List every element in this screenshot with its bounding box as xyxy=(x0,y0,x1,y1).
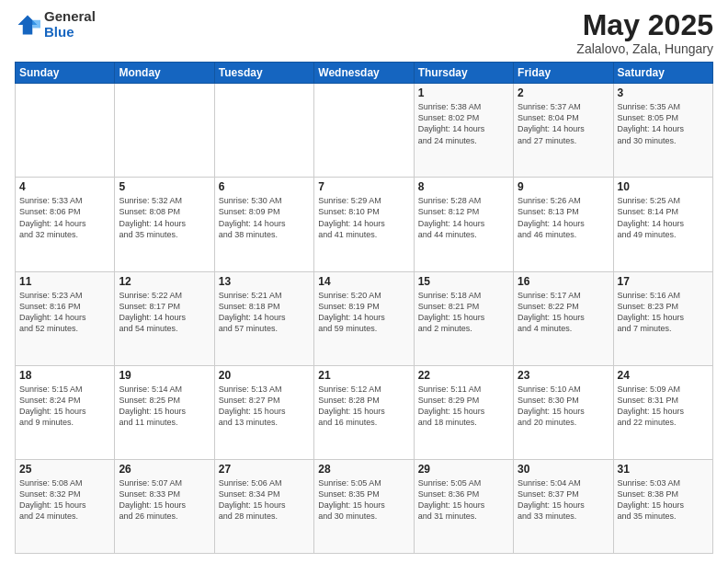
logo-icon xyxy=(15,12,40,38)
cell-info: Sunrise: 5:07 AM Sunset: 8:33 PM Dayligh… xyxy=(119,477,210,523)
day-number: 10 xyxy=(618,180,709,193)
table-row: 27Sunrise: 5:06 AM Sunset: 8:34 PM Dayli… xyxy=(214,459,313,553)
day-number: 2 xyxy=(518,86,609,99)
day-number: 4 xyxy=(19,180,110,193)
day-number: 13 xyxy=(219,275,310,288)
day-number: 30 xyxy=(518,463,609,476)
logo-text: General Blue xyxy=(44,9,96,40)
logo-general: General xyxy=(44,9,96,25)
table-row: 16Sunrise: 5:17 AM Sunset: 8:22 PM Dayli… xyxy=(514,271,613,365)
table-row: 2Sunrise: 5:37 AM Sunset: 8:04 PM Daylig… xyxy=(514,84,613,178)
week-row-2: 4Sunrise: 5:33 AM Sunset: 8:06 PM Daylig… xyxy=(16,178,713,271)
day-number: 27 xyxy=(219,463,310,476)
day-number: 8 xyxy=(418,180,509,193)
week-row-3: 11Sunrise: 5:23 AM Sunset: 8:16 PM Dayli… xyxy=(16,271,713,365)
table-row: 9Sunrise: 5:26 AM Sunset: 8:13 PM Daylig… xyxy=(514,178,613,271)
table-row: 26Sunrise: 5:07 AM Sunset: 8:33 PM Dayli… xyxy=(115,459,214,553)
day-number: 21 xyxy=(318,369,409,382)
cell-info: Sunrise: 5:21 AM Sunset: 8:18 PM Dayligh… xyxy=(219,290,310,335)
cell-info: Sunrise: 5:38 AM Sunset: 8:02 PM Dayligh… xyxy=(418,101,509,146)
table-row: 1Sunrise: 5:38 AM Sunset: 8:02 PM Daylig… xyxy=(414,84,513,178)
table-row: 19Sunrise: 5:14 AM Sunset: 8:25 PM Dayli… xyxy=(115,365,214,459)
cell-info: Sunrise: 5:20 AM Sunset: 8:19 PM Dayligh… xyxy=(318,290,409,335)
day-number: 6 xyxy=(219,180,310,193)
cell-info: Sunrise: 5:33 AM Sunset: 8:06 PM Dayligh… xyxy=(19,195,110,240)
cell-info: Sunrise: 5:04 AM Sunset: 8:37 PM Dayligh… xyxy=(518,477,609,523)
cell-info: Sunrise: 5:05 AM Sunset: 8:35 PM Dayligh… xyxy=(318,477,409,523)
cell-info: Sunrise: 5:22 AM Sunset: 8:17 PM Dayligh… xyxy=(119,290,210,335)
day-number: 18 xyxy=(19,369,110,382)
table-row: 10Sunrise: 5:25 AM Sunset: 8:14 PM Dayli… xyxy=(613,178,712,271)
table-row xyxy=(16,84,115,178)
cell-info: Sunrise: 5:09 AM Sunset: 8:31 PM Dayligh… xyxy=(618,384,709,429)
table-row: 7Sunrise: 5:29 AM Sunset: 8:10 PM Daylig… xyxy=(314,178,414,271)
col-friday: Friday xyxy=(514,63,613,84)
cell-info: Sunrise: 5:08 AM Sunset: 8:32 PM Dayligh… xyxy=(19,477,110,523)
table-row xyxy=(314,84,414,178)
cell-info: Sunrise: 5:25 AM Sunset: 8:14 PM Dayligh… xyxy=(618,195,709,240)
table-row xyxy=(214,84,313,178)
day-number: 3 xyxy=(618,86,709,99)
cell-info: Sunrise: 5:16 AM Sunset: 8:23 PM Dayligh… xyxy=(618,290,709,335)
calendar-body: 1Sunrise: 5:38 AM Sunset: 8:02 PM Daylig… xyxy=(16,84,713,554)
cell-info: Sunrise: 5:15 AM Sunset: 8:24 PM Dayligh… xyxy=(19,384,110,429)
calendar-subtitle: Zalalovo, Zala, Hungary xyxy=(576,41,713,56)
cell-info: Sunrise: 5:32 AM Sunset: 8:08 PM Dayligh… xyxy=(119,195,210,240)
day-number: 14 xyxy=(318,275,409,288)
table-row: 24Sunrise: 5:09 AM Sunset: 8:31 PM Dayli… xyxy=(613,365,712,459)
calendar-header: Sunday Monday Tuesday Wednesday Thursday… xyxy=(16,63,713,84)
cell-info: Sunrise: 5:06 AM Sunset: 8:34 PM Dayligh… xyxy=(219,477,310,523)
calendar-table: Sunday Monday Tuesday Wednesday Thursday… xyxy=(15,62,713,554)
day-number: 26 xyxy=(119,463,210,476)
day-number: 9 xyxy=(518,180,609,193)
cell-info: Sunrise: 5:18 AM Sunset: 8:21 PM Dayligh… xyxy=(418,290,509,335)
day-number: 16 xyxy=(518,275,609,288)
day-number: 24 xyxy=(618,369,709,382)
col-tuesday: Tuesday xyxy=(214,63,313,84)
col-monday: Monday xyxy=(115,63,214,84)
page: General Blue May 2025 Zalalovo, Zala, Hu… xyxy=(0,0,728,563)
svg-marker-1 xyxy=(32,19,40,28)
day-number: 11 xyxy=(19,275,110,288)
day-number: 20 xyxy=(219,369,310,382)
day-number: 15 xyxy=(418,275,509,288)
table-row: 14Sunrise: 5:20 AM Sunset: 8:19 PM Dayli… xyxy=(314,271,414,365)
table-row: 30Sunrise: 5:04 AM Sunset: 8:37 PM Dayli… xyxy=(514,459,613,553)
cell-info: Sunrise: 5:37 AM Sunset: 8:04 PM Dayligh… xyxy=(518,101,609,146)
table-row: 13Sunrise: 5:21 AM Sunset: 8:18 PM Dayli… xyxy=(214,271,313,365)
table-row: 6Sunrise: 5:30 AM Sunset: 8:09 PM Daylig… xyxy=(214,178,313,271)
week-row-4: 18Sunrise: 5:15 AM Sunset: 8:24 PM Dayli… xyxy=(16,365,713,459)
table-row: 31Sunrise: 5:03 AM Sunset: 8:38 PM Dayli… xyxy=(613,459,712,553)
table-row: 11Sunrise: 5:23 AM Sunset: 8:16 PM Dayli… xyxy=(16,271,115,365)
table-row: 4Sunrise: 5:33 AM Sunset: 8:06 PM Daylig… xyxy=(16,178,115,271)
col-sunday: Sunday xyxy=(16,63,115,84)
cell-info: Sunrise: 5:14 AM Sunset: 8:25 PM Dayligh… xyxy=(119,384,210,429)
cell-info: Sunrise: 5:30 AM Sunset: 8:09 PM Dayligh… xyxy=(219,195,310,240)
header-row: Sunday Monday Tuesday Wednesday Thursday… xyxy=(16,63,713,84)
table-row: 23Sunrise: 5:10 AM Sunset: 8:30 PM Dayli… xyxy=(514,365,613,459)
cell-info: Sunrise: 5:35 AM Sunset: 8:05 PM Dayligh… xyxy=(618,101,709,146)
title-block: May 2025 Zalalovo, Zala, Hungary xyxy=(576,9,713,56)
table-row: 18Sunrise: 5:15 AM Sunset: 8:24 PM Dayli… xyxy=(16,365,115,459)
cell-info: Sunrise: 5:05 AM Sunset: 8:36 PM Dayligh… xyxy=(418,477,509,523)
table-row: 17Sunrise: 5:16 AM Sunset: 8:23 PM Dayli… xyxy=(613,271,712,365)
table-row: 3Sunrise: 5:35 AM Sunset: 8:05 PM Daylig… xyxy=(613,84,712,178)
cell-info: Sunrise: 5:29 AM Sunset: 8:10 PM Dayligh… xyxy=(318,195,409,240)
day-number: 17 xyxy=(618,275,709,288)
cell-info: Sunrise: 5:28 AM Sunset: 8:12 PM Dayligh… xyxy=(418,195,509,240)
day-number: 25 xyxy=(19,463,110,476)
table-row: 12Sunrise: 5:22 AM Sunset: 8:17 PM Dayli… xyxy=(115,271,214,365)
table-row: 25Sunrise: 5:08 AM Sunset: 8:32 PM Dayli… xyxy=(16,459,115,553)
day-number: 12 xyxy=(119,275,210,288)
table-row: 21Sunrise: 5:12 AM Sunset: 8:28 PM Dayli… xyxy=(314,365,414,459)
table-row: 28Sunrise: 5:05 AM Sunset: 8:35 PM Dayli… xyxy=(314,459,414,553)
day-number: 7 xyxy=(318,180,409,193)
logo: General Blue xyxy=(15,9,96,40)
table-row xyxy=(115,84,214,178)
col-saturday: Saturday xyxy=(613,63,712,84)
logo-blue: Blue xyxy=(44,25,96,40)
cell-info: Sunrise: 5:26 AM Sunset: 8:13 PM Dayligh… xyxy=(518,195,609,240)
table-row: 22Sunrise: 5:11 AM Sunset: 8:29 PM Dayli… xyxy=(414,365,513,459)
cell-info: Sunrise: 5:12 AM Sunset: 8:28 PM Dayligh… xyxy=(318,384,409,429)
day-number: 28 xyxy=(318,463,409,476)
